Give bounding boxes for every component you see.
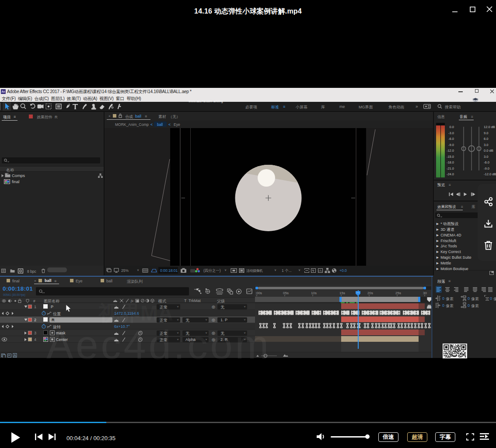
svg-text:8 bpc: 8 bpc	[27, 269, 37, 274]
svg-text:#: #	[33, 299, 35, 303]
